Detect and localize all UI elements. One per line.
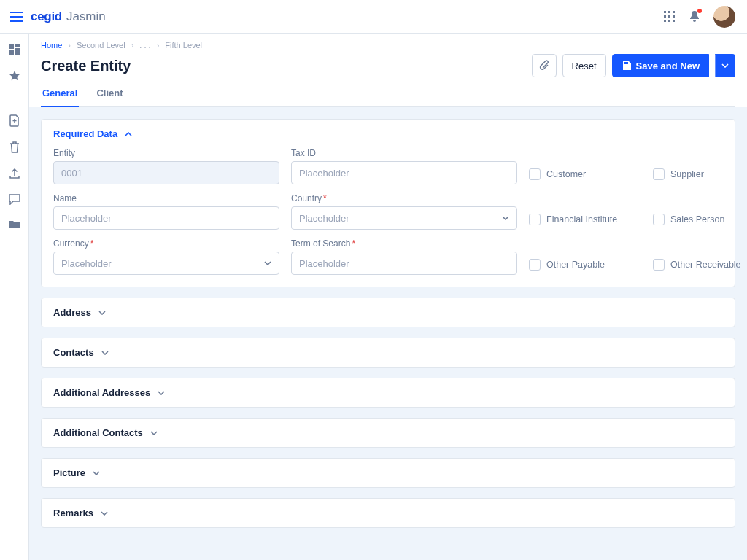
logo-brand: cegid bbox=[31, 9, 62, 24]
page-title: Create Entity bbox=[41, 58, 532, 74]
apps-icon[interactable] bbox=[664, 11, 676, 23]
name-label: Name bbox=[53, 193, 279, 203]
chevron-down-icon bbox=[101, 351, 109, 355]
tab-general[interactable]: General bbox=[41, 82, 79, 107]
main: Home › Second Level › . . . › Fifth Leve… bbox=[29, 34, 747, 560]
panel-remarks: Remarks bbox=[41, 498, 735, 528]
sales-person-checkbox[interactable]: Sales Person bbox=[653, 214, 747, 225]
panel-additional-addresses-header[interactable]: Additional Addresses bbox=[42, 378, 735, 407]
customer-checkbox[interactable]: Customer bbox=[529, 168, 624, 180]
svg-rect-9 bbox=[9, 44, 14, 49]
bell-icon[interactable] bbox=[689, 10, 700, 23]
svg-rect-11 bbox=[15, 48, 20, 55]
tab-client[interactable]: Client bbox=[95, 82, 124, 107]
chevron-right-icon: › bbox=[68, 41, 71, 50]
tabs: General Client bbox=[41, 82, 735, 107]
chevron-right-icon: › bbox=[131, 41, 134, 50]
svg-rect-1 bbox=[668, 11, 670, 13]
paperclip-icon bbox=[539, 60, 549, 71]
save-and-new-button[interactable]: Save and New bbox=[612, 54, 709, 77]
chevron-down-icon bbox=[150, 431, 158, 435]
svg-rect-12 bbox=[9, 50, 14, 55]
breadcrumb-second: Second Level bbox=[77, 41, 125, 50]
comment-icon[interactable] bbox=[9, 194, 20, 205]
breadcrumb-ellipsis: . . . bbox=[139, 41, 150, 50]
chevron-down-icon bbox=[721, 63, 729, 68]
attachment-button[interactable] bbox=[532, 54, 557, 77]
panel-additional-addresses-title: Additional Addresses bbox=[53, 387, 150, 398]
breadcrumb: Home › Second Level › . . . › Fifth Leve… bbox=[41, 41, 735, 50]
chevron-down-icon bbox=[264, 261, 271, 265]
svg-rect-0 bbox=[664, 11, 666, 13]
svg-rect-7 bbox=[668, 20, 670, 22]
breadcrumb-home[interactable]: Home bbox=[41, 41, 62, 50]
panel-additional-contacts: Additional Contacts bbox=[41, 418, 735, 448]
panel-remarks-header[interactable]: Remarks bbox=[42, 499, 735, 527]
other-payable-checkbox[interactable]: Other Payable bbox=[529, 259, 624, 271]
breadcrumb-fifth: Fifth Level bbox=[165, 41, 202, 50]
page-header: Home › Second Level › . . . › Fifth Leve… bbox=[29, 34, 747, 107]
chevron-up-icon bbox=[125, 132, 132, 136]
chevron-down-icon bbox=[502, 216, 509, 220]
panel-contacts-header[interactable]: Contacts bbox=[42, 338, 735, 367]
other-receivable-checkbox[interactable]: Other Receivable bbox=[653, 259, 747, 271]
panel-picture-title: Picture bbox=[53, 467, 85, 478]
panel-additional-addresses: Additional Addresses bbox=[41, 378, 735, 408]
chevron-down-icon bbox=[158, 391, 165, 395]
logo-product: Jasmin bbox=[66, 9, 106, 24]
logo: cegid Jasmin bbox=[31, 9, 106, 24]
panel-contacts-title: Contacts bbox=[53, 347, 94, 358]
taxid-field[interactable] bbox=[291, 161, 517, 184]
save-dropdown-button[interactable] bbox=[715, 54, 735, 77]
currency-select[interactable]: Placeholder bbox=[53, 252, 279, 275]
rail-divider bbox=[7, 98, 23, 98]
term-field[interactable] bbox=[291, 252, 517, 275]
panel-contacts: Contacts bbox=[41, 338, 735, 368]
save-and-new-group: Save and New bbox=[612, 54, 735, 77]
new-doc-icon[interactable] bbox=[9, 114, 20, 127]
supplier-checkbox[interactable]: Supplier bbox=[653, 168, 747, 180]
leftrail bbox=[0, 34, 29, 560]
entity-field[interactable] bbox=[53, 161, 279, 184]
reset-button[interactable]: Reset bbox=[562, 54, 606, 77]
panel-address-header[interactable]: Address bbox=[42, 298, 735, 327]
panel-picture-header[interactable]: Picture bbox=[42, 459, 735, 487]
panel-remarks-title: Remarks bbox=[53, 508, 93, 518]
svg-rect-5 bbox=[673, 15, 675, 18]
chevron-down-icon bbox=[93, 471, 100, 475]
svg-rect-8 bbox=[673, 20, 675, 22]
country-label: Country* bbox=[291, 193, 517, 203]
save-and-new-label: Save and New bbox=[636, 61, 700, 71]
panel-required-data: Required Data Entity Tax ID bbox=[41, 119, 735, 287]
dashboard-icon[interactable] bbox=[9, 44, 20, 55]
notification-dot bbox=[697, 9, 702, 13]
upload-icon[interactable] bbox=[9, 168, 20, 179]
content: Required Data Entity Tax ID bbox=[29, 107, 747, 560]
save-icon bbox=[622, 61, 632, 71]
entity-label: Entity bbox=[53, 148, 279, 158]
panel-picture: Picture bbox=[41, 458, 735, 488]
folder-icon[interactable] bbox=[9, 219, 20, 229]
panel-address-title: Address bbox=[53, 307, 91, 318]
taxid-label: Tax ID bbox=[291, 148, 517, 158]
svg-rect-6 bbox=[664, 20, 666, 22]
trash-icon[interactable] bbox=[9, 141, 20, 153]
menu-toggle[interactable] bbox=[10, 12, 23, 22]
currency-label: Currency* bbox=[53, 238, 279, 249]
svg-rect-2 bbox=[673, 11, 675, 13]
svg-rect-3 bbox=[664, 15, 666, 18]
panel-required-data-title: Required Data bbox=[53, 128, 117, 139]
avatar[interactable] bbox=[713, 6, 735, 28]
name-field[interactable] bbox=[53, 206, 279, 230]
chevron-down-icon bbox=[101, 511, 108, 516]
panel-required-data-header[interactable]: Required Data bbox=[42, 120, 735, 148]
chevron-down-icon bbox=[98, 311, 106, 315]
panel-address: Address bbox=[41, 298, 735, 327]
star-icon[interactable] bbox=[9, 70, 20, 82]
panel-additional-contacts-title: Additional Contacts bbox=[53, 427, 143, 438]
term-label: Term of Search* bbox=[291, 238, 517, 249]
country-select[interactable]: Placeholder bbox=[291, 206, 517, 230]
panel-additional-contacts-header[interactable]: Additional Contacts bbox=[42, 419, 735, 447]
financial-institute-checkbox[interactable]: Financial Institute bbox=[529, 214, 624, 225]
topbar: cegid Jasmin bbox=[0, 0, 747, 34]
